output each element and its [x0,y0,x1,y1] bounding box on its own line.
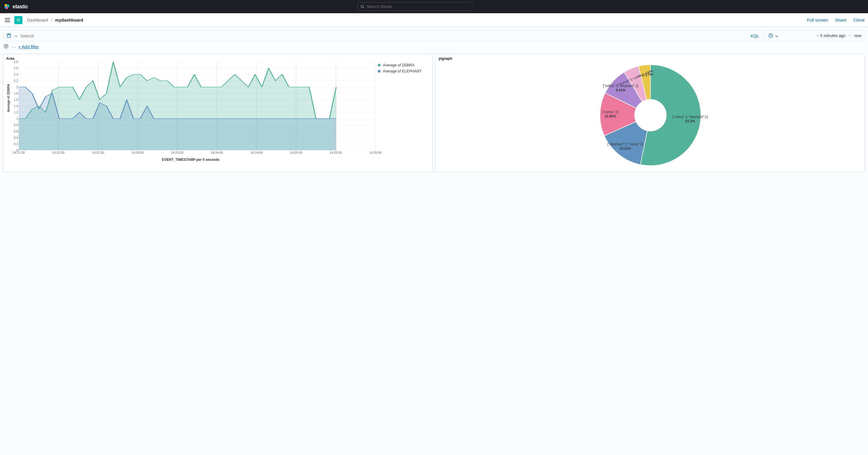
svg-rect-10 [8,34,10,35]
clock-icon [768,33,773,38]
legend-dot-icon [378,70,381,73]
hamburger-icon [5,18,10,22]
legend-dot-icon [378,64,381,67]
elastic-logo-icon [3,3,10,10]
donut-chart[interactable]: {"zebra":2,"elephant":1}53.2%{"elephant"… [439,61,862,170]
legend-label: Average of ZEBRA [383,63,414,67]
panel-pigraph: pigraph {"zebra":2,"elephant":1}53.2%{"e… [435,54,865,172]
chevron-down-icon[interactable] [775,33,778,38]
add-filter-button[interactable]: + Add filter [19,44,39,49]
breadcrumb: Dashboard / mydashboard [27,18,83,22]
global-search-input[interactable] [367,4,469,9]
y-axis-label: Average of ZEBRA [7,84,10,112]
date-from: ~ 5 minutes ago [817,33,846,38]
dashboard-panels: Area Average of ZEBRA 00.20.40.60.811.21… [0,52,868,178]
svg-rect-9 [7,34,11,37]
svg-point-3 [5,6,7,8]
legend-item[interactable]: Average of ELEPHANT [378,69,429,73]
app-badge: D [14,16,22,24]
global-search[interactable] [358,2,472,11]
date-to: now [854,33,861,38]
full-screen-button[interactable]: Full screen [807,18,828,22]
x-axis-label: EVENT_TIMESTAMP per 5 seconds [6,158,375,162]
donut-svg [596,61,705,170]
logo[interactable]: elastic [3,3,28,10]
nav-toggle-button[interactable] [3,16,11,24]
save-icon [7,33,11,38]
date-picker[interactable]: ~ 5 minutes ago → now [765,30,865,41]
filter-icon[interactable] [3,44,9,50]
breadcrumb-separator: / [51,18,52,22]
area-svg [19,62,375,150]
breadcrumb-parent[interactable]: Dashboard [27,18,48,22]
breadcrumb-current: mydashboard [55,18,83,22]
legend-item[interactable]: Average of ZEBRA [378,63,429,67]
panel-title: Area [6,56,429,61]
query-language-toggle[interactable]: KQL [751,33,759,38]
arrow-right-icon: → [848,33,851,38]
logo-text: elastic [12,4,28,10]
global-header: elastic [0,0,868,13]
svg-point-4 [361,5,363,7]
sub-header: D Dashboard / mydashboard Full screen Sh… [0,13,868,27]
panel-area: Area Average of ZEBRA 00.20.40.60.811.21… [3,54,433,172]
panel-title: pigraph [439,56,862,61]
share-button[interactable]: Share [835,18,846,22]
query-input[interactable] [20,30,748,41]
filter-bar: — + Add filter [0,41,868,52]
saved-query-button[interactable] [6,33,12,38]
clone-button[interactable]: Clone [854,18,865,22]
search-icon [361,5,364,9]
query-bar[interactable]: KQL [3,30,763,41]
svg-line-5 [363,7,364,8]
chevron-down-icon[interactable] [14,33,18,38]
area-chart[interactable]: 00.20.40.60.811.21.41.61.822.22.42.62.8 … [19,62,375,150]
legend-label: Average of ELEPHANT [383,69,422,73]
chart-legend: Average of ZEBRAAverage of ELEPHANT [378,63,429,75]
query-row: KQL ~ 5 minutes ago → now [0,27,868,41]
